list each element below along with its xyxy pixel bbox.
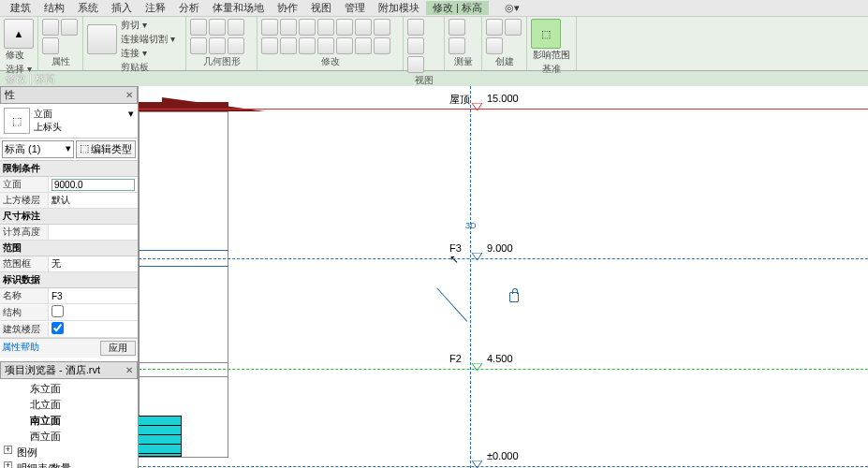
- modify-tool-icon[interactable]: ▲: [4, 19, 34, 49]
- move-icon[interactable]: [261, 19, 278, 36]
- wall-element[interactable]: [139, 111, 228, 458]
- geom-icon[interactable]: [228, 19, 244, 36]
- geom-icon[interactable]: [209, 19, 226, 36]
- menu-extra-icon[interactable]: ◎▾: [498, 2, 526, 14]
- rotate-icon[interactable]: [299, 19, 316, 36]
- tree-item[interactable]: 东立面: [0, 381, 138, 397]
- tree-item[interactable]: 南立面: [0, 413, 138, 429]
- menu-item[interactable]: 分析: [172, 1, 206, 15]
- scale-icon[interactable]: [261, 37, 278, 54]
- level-head-icon[interactable]: [472, 253, 482, 263]
- geom-icon[interactable]: [190, 37, 207, 54]
- apply-button[interactable]: 应用: [100, 341, 136, 356]
- level-line[interactable]: [139, 466, 868, 467]
- menu-item[interactable]: 系统: [71, 1, 105, 15]
- tree-item[interactable]: 北立面: [0, 397, 138, 413]
- extent-3d-toggle[interactable]: 3D: [465, 221, 477, 230]
- measure-icon[interactable]: [449, 19, 465, 36]
- join-cut-button[interactable]: 连接端切割 ▾: [119, 33, 177, 46]
- paste-icon[interactable]: [87, 24, 117, 54]
- delete-icon[interactable]: [336, 37, 353, 54]
- level-head-icon[interactable]: [472, 363, 482, 373]
- structure-checkbox[interactable]: [51, 305, 64, 317]
- menu-item[interactable]: 插入: [105, 1, 139, 15]
- properties-icon[interactable]: [42, 19, 59, 36]
- geom-icon[interactable]: [209, 37, 226, 54]
- level-line[interactable]: [139, 258, 868, 259]
- level-head-icon[interactable]: [472, 461, 482, 468]
- view-icon[interactable]: [407, 56, 424, 73]
- family-icon[interactable]: [42, 37, 59, 54]
- extra-icon[interactable]: [374, 37, 390, 54]
- building-floor-checkbox[interactable]: [51, 322, 64, 334]
- lock-icon[interactable]: [509, 292, 519, 302]
- dropdown-icon[interactable]: ▾: [128, 108, 134, 134]
- type-preview-icon: ⬚: [4, 108, 30, 134]
- create-icon[interactable]: [505, 19, 522, 36]
- pin-icon[interactable]: [317, 37, 334, 54]
- close-icon[interactable]: ✕: [125, 90, 133, 100]
- range-box-value[interactable]: 无: [49, 256, 138, 271]
- align-icon[interactable]: [299, 37, 316, 54]
- level-elevation-label[interactable]: 9.000: [487, 242, 513, 254]
- menu-item[interactable]: 协作: [271, 1, 304, 15]
- menu-item[interactable]: 附加模块: [372, 1, 426, 15]
- split-icon[interactable]: [336, 19, 353, 36]
- array-icon[interactable]: [355, 19, 372, 36]
- name-value[interactable]: F3: [49, 290, 138, 302]
- level-head-icon[interactable]: [472, 103, 482, 113]
- mirror-icon[interactable]: [374, 19, 390, 36]
- tree-toggle-icon[interactable]: +: [4, 461, 12, 468]
- cut-button[interactable]: 剪切 ▾: [119, 19, 177, 32]
- menu-item[interactable]: 注释: [139, 1, 172, 15]
- tree-item[interactable]: +图例: [0, 445, 138, 461]
- project-browser-title: 项目浏览器 - 酒店.rvt: [5, 363, 100, 377]
- tree-toggle-icon[interactable]: +: [4, 446, 12, 454]
- instance-selector[interactable]: 标高 (1) ▾: [2, 140, 74, 158]
- ribbon-group-label: 测量: [449, 54, 478, 68]
- project-browser-tree[interactable]: 东立面北立面南立面西立面+图例+明细表/数量-图纸 (全部)001 - 总平面图…: [0, 379, 138, 468]
- menu-item[interactable]: 结构: [37, 1, 71, 15]
- type-name[interactable]: 立面 上标头: [34, 108, 125, 134]
- menu-item-modify-level[interactable]: 修改 | 标高: [426, 1, 489, 15]
- tree-item[interactable]: 西立面: [0, 429, 138, 445]
- level-name-label[interactable]: F3: [449, 242, 462, 254]
- offset-icon[interactable]: [280, 37, 297, 54]
- edit-type-button[interactable]: ⬚ 编辑类型: [76, 140, 136, 158]
- project-browser-header[interactable]: 项目浏览器 - 酒店.rvt ✕: [0, 361, 138, 379]
- type-properties-icon[interactable]: [61, 19, 78, 36]
- dimension-icon[interactable]: [449, 37, 465, 54]
- level-line[interactable]: [139, 369, 868, 370]
- menu-item[interactable]: 建筑: [4, 1, 37, 15]
- close-icon[interactable]: ✕: [125, 365, 133, 375]
- above-value[interactable]: 默认: [49, 193, 138, 208]
- create-icon[interactable]: [486, 37, 503, 54]
- propagate-extents-icon[interactable]: ⬚: [531, 19, 561, 49]
- level-elevation-label[interactable]: 4.500: [487, 353, 513, 364]
- level-name-label[interactable]: 屋顶: [449, 93, 470, 107]
- elevation-input[interactable]: [51, 179, 135, 191]
- level-name-label[interactable]: F2: [449, 353, 462, 364]
- create-icon[interactable]: [486, 19, 503, 36]
- level-elevation-label[interactable]: ±0.000: [487, 450, 519, 461]
- tree-item[interactable]: +明细表/数量: [0, 461, 138, 468]
- copy-icon[interactable]: [280, 19, 297, 36]
- properties-header[interactable]: 性 ✕: [0, 86, 138, 104]
- drawing-canvas[interactable]: 3D ↖ 屋顶15.000F39.000F24.500±0.000: [139, 86, 868, 468]
- extra-icon[interactable]: [355, 37, 372, 54]
- geom-icon[interactable]: [228, 37, 244, 54]
- level-elevation-label[interactable]: 15.000: [487, 93, 519, 104]
- join-button[interactable]: 连接 ▾: [119, 47, 177, 60]
- menu-item[interactable]: 体量和场地: [206, 1, 271, 15]
- level-line[interactable]: [139, 109, 868, 110]
- prop-row-name: 名称 F3: [0, 288, 138, 304]
- menu-item[interactable]: 视图: [304, 1, 338, 15]
- trim-icon[interactable]: [317, 19, 334, 36]
- properties-help-link[interactable]: 属性帮助: [2, 341, 39, 356]
- geom-icon[interactable]: [190, 19, 207, 36]
- floor-slab-f2[interactable]: [139, 362, 228, 377]
- view-icon[interactable]: [407, 37, 424, 54]
- calc-height-value[interactable]: [49, 231, 138, 233]
- menu-item[interactable]: 管理: [338, 1, 372, 15]
- view-icon[interactable]: [407, 19, 424, 36]
